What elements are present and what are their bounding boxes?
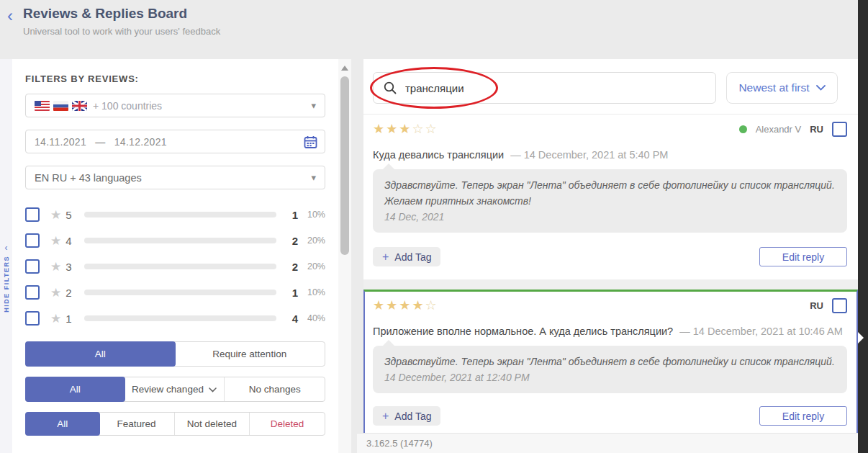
state-all-button[interactable]: All bbox=[25, 412, 100, 436]
right-scrollbar[interactable] bbox=[858, 0, 868, 453]
plus-icon: + bbox=[382, 410, 389, 423]
featured-button[interactable]: Featured bbox=[99, 413, 174, 435]
rating-count: 4 bbox=[282, 313, 298, 325]
scroll-up-icon[interactable] bbox=[341, 66, 348, 71]
chevron-down-icon bbox=[209, 387, 217, 393]
review-card-selected: ★★★★☆ RU Приложение вполне нормальное. А… bbox=[363, 290, 858, 453]
rating-value: 1 bbox=[65, 313, 76, 325]
hide-filters-toggle[interactable]: ‹ HIDE FILTERS bbox=[0, 243, 12, 336]
rating-row-4: ★ 4 2 20% bbox=[25, 228, 325, 254]
reply-date: 14 Dec, 2021 bbox=[384, 209, 836, 225]
review-rating-stars: ★★★☆☆ bbox=[373, 122, 438, 135]
card-divider bbox=[363, 279, 858, 290]
star-icon: ★ bbox=[50, 311, 61, 326]
rating-checkbox-5[interactable] bbox=[25, 207, 40, 222]
search-input[interactable] bbox=[405, 82, 705, 94]
plus-icon: + bbox=[382, 251, 389, 264]
deleted-button[interactable]: Deleted bbox=[249, 413, 325, 435]
attention-filter-group: All Require attention bbox=[25, 341, 325, 367]
star-icon: ★ bbox=[50, 285, 61, 300]
star-icon: ★ bbox=[50, 207, 61, 223]
date-range-picker[interactable]: 14.11.2021 — 14.12.2021 bbox=[25, 130, 325, 153]
developer-reply: Здравствуйте. Теперь экран "Лента" объед… bbox=[373, 169, 847, 233]
reviews-toolbar: Newest at first bbox=[363, 59, 858, 115]
rating-count: 2 bbox=[282, 261, 298, 273]
no-changes-button[interactable]: No changes bbox=[224, 377, 325, 401]
reply-text-line: Желаем приятных знакомств! bbox=[384, 193, 836, 209]
rating-percent: 40% bbox=[298, 313, 325, 323]
review-locale: RU bbox=[810, 124, 823, 135]
filters-panel: FILTERS BY REVIEWS: + 100 countries ▾ 14… bbox=[12, 59, 338, 453]
search-icon bbox=[384, 81, 397, 94]
add-tag-button[interactable]: + Add Tag bbox=[373, 247, 440, 266]
sort-label: Newest at first bbox=[738, 81, 809, 94]
review-author: Alexandr V bbox=[756, 124, 802, 135]
add-tag-label: Add Tag bbox=[394, 251, 431, 263]
developer-reply: Здравствуйте. Теперь экран "Лента" объед… bbox=[373, 346, 847, 393]
not-deleted-button[interactable]: Not deleted bbox=[174, 413, 250, 435]
reply-text-line: Здравствуйте. Теперь экран "Лента" объед… bbox=[384, 354, 836, 369]
search-box[interactable] bbox=[373, 72, 716, 104]
rating-row-3: ★ 3 2 20% bbox=[25, 254, 325, 279]
chevron-down-icon bbox=[816, 85, 826, 91]
back-icon[interactable]: ‹ bbox=[7, 6, 13, 26]
calendar-icon bbox=[304, 135, 317, 152]
review-date: — 14 December, 2021 at 5:40 PM bbox=[510, 149, 668, 161]
languages-select[interactable]: EN RU + 43 languages ▾ bbox=[25, 166, 325, 189]
date-separator: — bbox=[95, 136, 105, 148]
edit-reply-button[interactable]: Edit reply bbox=[759, 247, 847, 266]
countries-label: + 100 countries bbox=[93, 100, 162, 112]
languages-label: EN RU + 43 languages bbox=[35, 172, 142, 184]
edit-reply-button[interactable]: Edit reply bbox=[759, 406, 847, 426]
rating-checkbox-1[interactable] bbox=[25, 311, 40, 326]
add-tag-button[interactable]: + Add Tag bbox=[373, 406, 440, 426]
status-dot bbox=[739, 125, 747, 133]
caret-down-icon: ▾ bbox=[311, 172, 316, 183]
review-checkbox[interactable] bbox=[832, 122, 847, 137]
page-title: Reviews & Replies Board bbox=[23, 6, 187, 22]
app-version: 3.162.5 (14774) bbox=[357, 433, 866, 453]
panel-notch-icon bbox=[858, 332, 864, 344]
flag-gb-icon bbox=[72, 101, 87, 111]
rating-value: 4 bbox=[65, 235, 76, 247]
review-changed-button[interactable]: Review changed bbox=[125, 377, 225, 401]
hide-filters-label: HIDE FILTERS bbox=[3, 256, 10, 313]
attention-all-button[interactable]: All bbox=[25, 341, 176, 367]
date-from: 14.11.2021 bbox=[35, 136, 86, 148]
star-icon: ★ bbox=[50, 233, 61, 248]
filters-heading: FILTERS BY REVIEWS: bbox=[25, 73, 325, 84]
review-title: Приложение вполне нормальное. А куда дел… bbox=[373, 326, 673, 337]
rating-percent: 20% bbox=[298, 236, 325, 246]
scrollbar-thumb[interactable] bbox=[340, 76, 349, 255]
review-date: — 14 December, 2021 at 10:46 AM bbox=[679, 326, 843, 337]
rating-count: 1 bbox=[282, 209, 298, 221]
reviews-replies-board: ‹ Reviews & Replies Board Universal tool… bbox=[0, 0, 868, 453]
rating-percent: 10% bbox=[298, 210, 325, 220]
reviews-panel: Newest at first ★★★☆☆ Alexandr V RU Куда… bbox=[363, 59, 858, 448]
page-subtitle: Universal tool to work with your users' … bbox=[23, 26, 220, 37]
countries-select[interactable]: + 100 countries ▾ bbox=[25, 94, 325, 117]
rating-bar bbox=[84, 290, 276, 295]
reply-text-line: Здравствуйте. Теперь экран "Лента" объед… bbox=[384, 177, 836, 193]
review-card: ★★★☆☆ Alexandr V RU Куда девались трансл… bbox=[363, 121, 858, 279]
sort-dropdown[interactable]: Newest at first bbox=[726, 72, 838, 104]
rating-value: 3 bbox=[65, 261, 76, 273]
rating-count: 1 bbox=[282, 287, 298, 299]
rating-bar bbox=[84, 315, 276, 321]
changes-all-button[interactable]: All bbox=[25, 377, 125, 402]
review-title: Куда девались трансляции bbox=[373, 149, 504, 161]
rating-checkbox-4[interactable] bbox=[25, 233, 40, 248]
review-changed-label: Review changed bbox=[132, 384, 204, 395]
review-locale: RU bbox=[810, 300, 823, 311]
date-to: 14.12.2021 bbox=[114, 136, 167, 148]
filters-scrollbar[interactable] bbox=[338, 59, 351, 453]
rating-checkbox-3[interactable] bbox=[25, 259, 40, 274]
require-attention-button[interactable]: Require attention bbox=[175, 342, 325, 366]
rating-bar bbox=[84, 264, 276, 269]
add-tag-label: Add Tag bbox=[394, 411, 431, 422]
rating-bar bbox=[84, 238, 276, 243]
review-checkbox[interactable] bbox=[832, 298, 847, 313]
rating-checkbox-2[interactable] bbox=[25, 285, 40, 300]
rating-value: 5 bbox=[65, 209, 76, 221]
changes-filter-group: All Review changed No changes bbox=[25, 377, 325, 402]
